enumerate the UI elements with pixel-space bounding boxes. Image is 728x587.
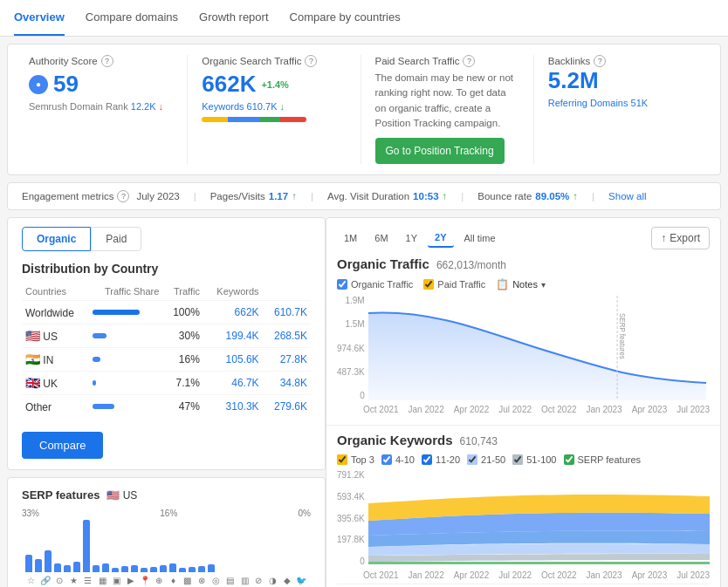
kw-y-label: 197.8K: [337, 535, 365, 544]
serp-icon-item: ☰: [82, 576, 93, 587]
metrics-bar: Authority Score ? ● 59 Semrush Domain Ra…: [7, 44, 721, 175]
time-button-1y[interactable]: 1Y: [399, 229, 424, 248]
time-button-1m[interactable]: 1M: [337, 229, 364, 248]
organic-traffic-chart-title: Organic Traffic: [337, 256, 429, 271]
engagement-info-icon[interactable]: ?: [117, 190, 129, 202]
organic-right-axis: [706, 296, 710, 400]
organic-traffic-legend: Organic TrafficPaid Traffic📋Notes▾: [337, 278, 710, 290]
legend-item: 📋Notes▾: [496, 278, 546, 290]
bounce-rate: Bounce rate 89.05% ↑: [477, 191, 578, 201]
paid-tab[interactable]: Paid: [91, 227, 141, 251]
y-label: 487.3K: [337, 367, 365, 377]
keywords-svg: [368, 470, 710, 566]
serp-icon-item: ♦: [168, 576, 179, 587]
kw-legend-item: SERP features: [564, 454, 642, 465]
authority-score-info-icon[interactable]: ?: [101, 55, 113, 67]
col-traffic-share: Traffic Share: [89, 283, 163, 301]
serp-bars: [22, 520, 311, 572]
traffic-value: 105.6K: [203, 348, 263, 372]
traffic-value: 199.4K: [203, 324, 263, 348]
y-label: 0: [337, 391, 365, 400]
serp-bar-item: [208, 564, 215, 572]
serp-bar-item: [54, 563, 61, 572]
tab-overview[interactable]: Overview: [14, 0, 65, 36]
serp-bar-item: [189, 567, 196, 572]
engagement-metrics-label: Engagement metrics ? July 2023: [22, 190, 180, 202]
kw-x-label: Jul 2022: [498, 570, 532, 580]
serp-icon-item: ⊗: [196, 576, 208, 587]
kw-y-label: 593.4K: [337, 492, 365, 502]
kw-legend-item: Top 3: [337, 454, 374, 465]
time-controls: 1M6M1Y2YAll time ↑ Export: [337, 227, 710, 249]
paid-traffic-description: The domain may be new or not ranking rig…: [375, 71, 519, 131]
time-button-2y[interactable]: 2Y: [428, 229, 453, 248]
kw-legend-item: 4-10: [381, 454, 415, 465]
time-button-all-time[interactable]: All time: [457, 229, 503, 248]
backlinks-info-icon[interactable]: ?: [594, 55, 606, 67]
serp-icon-item: 🐦: [296, 576, 307, 587]
serp-bar-item: [131, 565, 138, 572]
kw-x-label: Jan 2023: [587, 570, 622, 580]
col-traffic: Traffic: [162, 283, 203, 301]
show-all-link[interactable]: Show all: [608, 191, 646, 201]
serp-bar-item: [179, 568, 186, 572]
time-button-6m[interactable]: 6M: [367, 229, 395, 248]
country-name: 🇬🇧 UK: [22, 372, 89, 395]
table-row: 🇺🇸 US30%199.4K268.5K: [22, 324, 311, 348]
avg-visit-duration: Avg. Visit Duration 10:53 ↑: [327, 191, 447, 201]
kw-x-label: Apr 2022: [454, 570, 490, 580]
x-label: Jan 2023: [587, 405, 622, 414]
traffic-bar: [89, 348, 163, 372]
legend-item: Organic Traffic: [337, 279, 413, 290]
keywords-value: 279.6K: [263, 395, 311, 419]
traffic-share: 16%: [162, 348, 203, 372]
kw-y-label: 0: [337, 556, 365, 566]
serp-icon-item: ⊙: [54, 576, 65, 587]
traffic-bar: [89, 395, 163, 419]
tab-growth-report[interactable]: Growth report: [199, 0, 268, 36]
tab-compare-countries[interactable]: Compare by countries: [290, 0, 401, 36]
compare-button[interactable]: Compare: [22, 432, 103, 459]
country-name: Worldwide: [22, 301, 89, 324]
serp-icon-item: 📍: [139, 576, 150, 587]
kw-x-label: Apr 2023: [632, 570, 668, 580]
organic-tab[interactable]: Organic: [22, 227, 91, 251]
organic-traffic-svg: SERP features: [368, 296, 706, 400]
serp-icon-item: ⊕: [154, 576, 165, 587]
authority-score-label: Authority Score ?: [29, 55, 173, 67]
kw-x-label: Jul 2023: [676, 570, 710, 580]
referring-domains: Referring Domains 51K: [548, 98, 692, 108]
kw-legend-item: 51-100: [512, 454, 556, 465]
x-label: Oct 2021: [363, 405, 399, 414]
serp-icon-item: ▦: [96, 576, 107, 587]
serp-bar-item: [35, 559, 42, 572]
col-countries: Countries: [22, 283, 89, 301]
traffic-bar: [89, 372, 163, 395]
backlinks-label: Backlinks ?: [548, 55, 692, 67]
keywords-legend: Top 34-1011-2021-5051-100SERP features: [337, 454, 710, 465]
serp-icon-item: ▣: [111, 576, 122, 587]
export-button[interactable]: ↑ Export: [651, 227, 710, 249]
go-to-position-tracking-button[interactable]: Go to Position Tracking: [375, 138, 505, 164]
keywords-value: 268.5K: [263, 324, 311, 348]
kw-x-label: Oct 2022: [541, 570, 577, 580]
distribution-title: Distribution by Country: [22, 262, 311, 276]
kw-x-label: Jan 2022: [409, 570, 444, 580]
serp-icon-item: ⊘: [253, 576, 264, 587]
table-row: Other47%310.3K279.6K: [22, 395, 311, 419]
tab-compare-domains[interactable]: Compare domains: [86, 0, 178, 36]
paid-traffic-info-icon[interactable]: ?: [463, 55, 475, 67]
y-label: 1.5M: [337, 319, 365, 329]
right-panel: 1M6M1Y2YAll time ↑ Export Organic Traffi…: [326, 217, 721, 587]
serp-bar-item: [121, 566, 128, 572]
organic-traffic-info-icon[interactable]: ?: [305, 55, 317, 67]
main-content: Organic Paid Distribution by Country Cou…: [7, 217, 721, 587]
backlinks-value: 5.2M: [548, 67, 692, 94]
organic-traffic-block: Organic Search Traffic ? 662K +1.4% Keyw…: [188, 55, 361, 164]
organic-traffic-sub: Keywords 610.7K ↓: [202, 101, 346, 112]
keywords-value: 34.8K: [263, 372, 311, 395]
serp-bar-item: [169, 563, 176, 572]
table-row: 🇬🇧 UK7.1%46.7K34.8K: [22, 372, 311, 395]
traffic-bar: [89, 324, 163, 348]
serp-icon-item: ▶: [125, 576, 136, 587]
